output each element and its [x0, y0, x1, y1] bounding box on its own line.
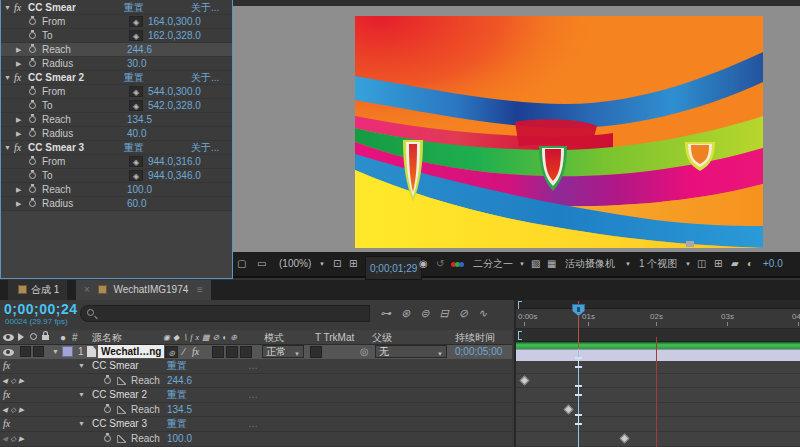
- reset-link[interactable]: 重置: [167, 417, 187, 431]
- position-xy-icon[interactable]: ◈: [129, 170, 143, 181]
- property-value[interactable]: 100.0: [167, 432, 192, 446]
- close-icon[interactable]: ×: [84, 284, 90, 295]
- show-snapshot-icon[interactable]: ↺: [436, 252, 444, 276]
- fast-previews-icon[interactable]: ▰: [731, 252, 739, 276]
- reset-link[interactable]: 重置: [167, 359, 187, 373]
- reset-link[interactable]: 重置: [124, 71, 144, 85]
- expand-arrow-icon[interactable]: ▶: [16, 57, 21, 71]
- collapse-arrow-icon[interactable]: ▼: [4, 71, 11, 85]
- reset-link[interactable]: 重置: [124, 1, 144, 15]
- channels-icon[interactable]: [452, 252, 464, 276]
- about-link[interactable]: 关于...: [191, 71, 219, 85]
- reset-link[interactable]: 重置: [124, 141, 144, 155]
- param-value[interactable]: 542.0,328.0: [148, 99, 201, 113]
- layer-duration[interactable]: 0;00;05;00: [455, 345, 502, 359]
- time-ruler[interactable]: 0:00s 01s 02s 03s 04s: [516, 309, 800, 329]
- stopwatch-icon[interactable]: [29, 116, 36, 123]
- mini-flowchart-icon[interactable]: ⊶: [380, 307, 401, 319]
- shy-icon[interactable]: ⊜: [420, 307, 439, 319]
- chevron-down-icon[interactable]: ▼: [685, 252, 691, 276]
- resolution-select[interactable]: 二分之一: [473, 252, 513, 276]
- group-expand-arrow[interactable]: ▼: [78, 359, 85, 373]
- pickwhip-icon[interactable]: ◎: [360, 345, 369, 359]
- work-area-bar[interactable]: [516, 329, 800, 342]
- tab-wechatimg1974[interactable]: × WechatIMG1974 ≡: [76, 280, 211, 300]
- view-layout-icon[interactable]: ◫: [697, 252, 706, 276]
- expand-arrow-icon[interactable]: ▶: [16, 113, 21, 127]
- property-value[interactable]: 134.5: [167, 403, 192, 417]
- stopwatch-icon[interactable]: [29, 60, 36, 67]
- layer-duration-bar[interactable]: [516, 349, 800, 361]
- always-preview-icon[interactable]: ▢: [237, 252, 246, 276]
- param-value[interactable]: 60.0: [127, 197, 146, 211]
- collapse-arrow-icon[interactable]: ▼: [4, 141, 11, 155]
- param-value[interactable]: 244.6: [127, 43, 152, 57]
- quality-switch[interactable]: ⊛: [165, 346, 178, 358]
- property-value[interactable]: 244.6: [167, 374, 192, 388]
- keyframe-nav[interactable]: ◀◇▶: [2, 432, 27, 446]
- param-value[interactable]: 944.0,316.0: [148, 155, 201, 169]
- trkmat-column[interactable]: T TrkMat: [315, 330, 354, 345]
- stopwatch-icon[interactable]: [29, 158, 36, 165]
- layer-row[interactable]: ▼ 1 WechatI…ng ⊛ ∕ fx 正常▼ ◎ 无▼ 0;00;05;0…: [0, 345, 512, 359]
- monitor-icon[interactable]: ▭: [257, 252, 266, 276]
- expand-arrow-icon[interactable]: ▶: [16, 197, 21, 211]
- effect-group-name[interactable]: CC Smear 3: [92, 417, 147, 431]
- timeline-scroll-strip[interactable]: [516, 300, 800, 309]
- layer-name[interactable]: WechatI…ng: [98, 345, 164, 358]
- viewer-timecode[interactable]: 0;00;01;29: [365, 256, 422, 280]
- position-xy-icon[interactable]: ◈: [129, 30, 143, 41]
- exposure-value[interactable]: +0.0: [763, 252, 783, 276]
- grid-icon[interactable]: ⊞: [349, 252, 357, 276]
- stopwatch-icon[interactable]: [29, 186, 36, 193]
- about-link[interactable]: 关于...: [191, 1, 219, 15]
- param-value[interactable]: 544.0,300.0: [148, 85, 201, 99]
- about-link[interactable]: 关于...: [191, 141, 219, 155]
- param-value[interactable]: 162.0,328.0: [148, 29, 201, 43]
- blend-mode-select[interactable]: 正常▼: [262, 345, 304, 358]
- stopwatch-icon[interactable]: [104, 435, 111, 442]
- solo-switch[interactable]: [33, 346, 44, 357]
- safe-margins-icon[interactable]: ⊡: [333, 252, 341, 276]
- param-value[interactable]: 100.0: [127, 183, 152, 197]
- motion-blur-icon[interactable]: ⊘: [459, 307, 478, 319]
- pixel-aspect-icon[interactable]: ⊞: [714, 252, 722, 276]
- group-expand-arrow[interactable]: ▼: [78, 388, 85, 402]
- effect-group-name[interactable]: CC Smear: [92, 359, 139, 373]
- expand-arrow-icon[interactable]: ▶: [16, 183, 21, 197]
- param-value[interactable]: 164.0,300.0: [148, 15, 201, 29]
- position-xy-icon[interactable]: ◈: [129, 100, 143, 111]
- chevron-down-icon[interactable]: ▼: [519, 252, 525, 276]
- keyframe-nav[interactable]: ◀◇▶: [2, 374, 27, 388]
- property-label[interactable]: Reach: [131, 374, 160, 388]
- stopwatch-icon[interactable]: [29, 32, 36, 39]
- frame-blend-switch[interactable]: [212, 346, 224, 358]
- exposure-icon[interactable]: ◐: [747, 252, 753, 276]
- stopwatch-icon[interactable]: [29, 18, 36, 25]
- effect-name[interactable]: CC Smear 3: [28, 141, 84, 155]
- layer-visibility-icon[interactable]: [3, 349, 14, 356]
- param-value[interactable]: 30.0: [127, 57, 146, 71]
- parent-select[interactable]: 无▼: [375, 345, 447, 358]
- reset-link[interactable]: 重置: [167, 388, 187, 402]
- frame-blending-icon[interactable]: ⊟: [439, 307, 458, 319]
- 3d-switch[interactable]: [240, 346, 252, 358]
- stopwatch-icon[interactable]: [29, 102, 36, 109]
- chevron-down-icon[interactable]: ▼: [319, 252, 325, 276]
- position-xy-icon[interactable]: ◈: [129, 156, 143, 167]
- param-value[interactable]: 134.5: [127, 113, 152, 127]
- region-of-interest-icon[interactable]: ▧: [531, 252, 540, 276]
- stopwatch-icon[interactable]: [104, 406, 111, 413]
- stopwatch-icon[interactable]: [104, 377, 111, 384]
- magnification-select[interactable]: (100%): [279, 252, 311, 276]
- motion-blur-switch[interactable]: [226, 346, 238, 358]
- fx-switch[interactable]: fx: [192, 345, 199, 359]
- stopwatch-icon[interactable]: [29, 88, 36, 95]
- trkmat-box[interactable]: [310, 346, 322, 358]
- work-area-start-handle[interactable]: [518, 331, 522, 340]
- stopwatch-icon[interactable]: [29, 130, 36, 137]
- expand-arrow-icon[interactable]: ▶: [16, 43, 21, 57]
- view-count-select[interactable]: 1 个视图: [639, 252, 677, 276]
- collapse-arrow-icon[interactable]: ▼: [4, 1, 11, 15]
- current-timecode[interactable]: 0;00;00;24: [4, 301, 78, 317]
